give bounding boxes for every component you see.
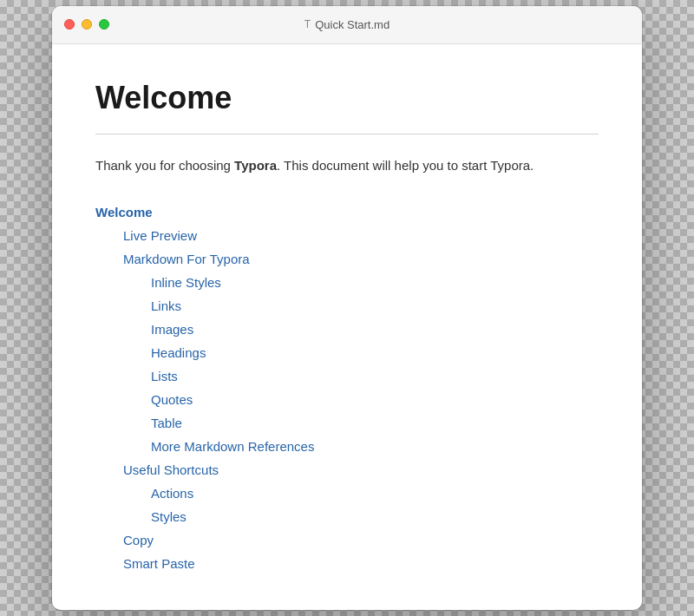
app-window: T Quick Start.md Welcome Thank you for c… [52, 6, 642, 610]
traffic-lights [64, 19, 109, 29]
page-title: Welcome [95, 79, 599, 116]
toc-link[interactable]: Actions [95, 482, 599, 505]
toc-link[interactable]: Smart Paste [95, 552, 599, 575]
toc-link[interactable]: Inline Styles [95, 271, 599, 294]
close-button[interactable] [64, 19, 75, 29]
titlebar: T Quick Start.md [52, 6, 642, 44]
document-content: Welcome Thank you for choosing Typora. T… [52, 44, 642, 610]
minimize-button[interactable] [82, 19, 92, 29]
file-type-icon: T [304, 18, 311, 30]
table-of-contents: WelcomeLive PreviewMarkdown For TyporaIn… [95, 200, 599, 575]
toc-link[interactable]: Styles [95, 505, 599, 528]
toc-link[interactable]: Headings [95, 341, 599, 364]
toc-link[interactable]: Live Preview [95, 224, 599, 247]
divider [95, 134, 599, 134]
intro-suffix: . This document will help you to start T… [277, 158, 534, 173]
intro-prefix: Thank you for choosing [95, 158, 234, 173]
toc-link[interactable]: Copy [95, 528, 599, 552]
toc-link[interactable]: Useful Shortcuts [95, 458, 599, 482]
brand-name: Typora [234, 158, 277, 173]
toc-link[interactable]: Links [95, 294, 599, 318]
intro-paragraph: Thank you for choosing Typora. This docu… [95, 155, 599, 176]
toc-link[interactable]: Lists [95, 364, 599, 388]
toc-link[interactable]: Welcome [95, 200, 599, 224]
toc-link[interactable]: More Markdown References [95, 435, 599, 458]
toc-link[interactable]: Quotes [95, 388, 599, 411]
maximize-button[interactable] [99, 19, 109, 29]
toc-link[interactable]: Images [95, 318, 599, 341]
toc-link[interactable]: Markdown For Typora [95, 247, 599, 271]
toc-link[interactable]: Table [95, 411, 599, 435]
title-label: Quick Start.md [315, 18, 390, 31]
window-title: T Quick Start.md [304, 18, 390, 31]
